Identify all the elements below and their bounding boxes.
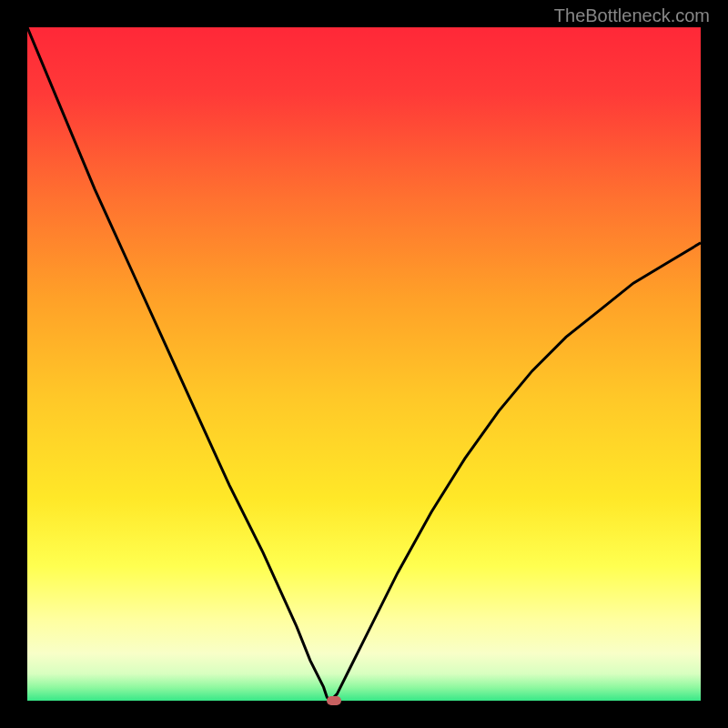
chart-container: TheBottleneck.com: [0, 0, 728, 728]
bottleneck-curve: [27, 27, 701, 701]
plot-area: [27, 27, 701, 701]
bottleneck-marker: [327, 696, 341, 705]
watermark-text: TheBottleneck.com: [554, 5, 710, 26]
